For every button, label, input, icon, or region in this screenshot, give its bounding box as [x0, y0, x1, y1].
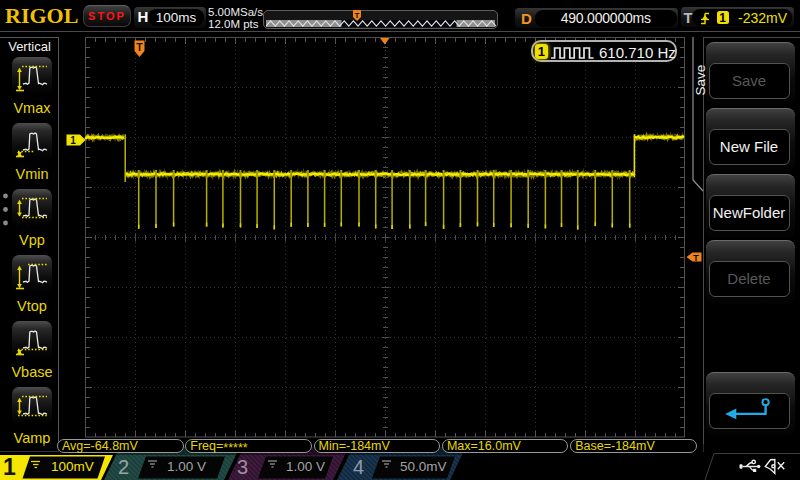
svg-text:T: T — [136, 40, 143, 52]
svg-text:1: 1 — [70, 135, 76, 146]
svg-text:T: T — [355, 11, 360, 20]
svg-text:T: T — [693, 252, 699, 262]
